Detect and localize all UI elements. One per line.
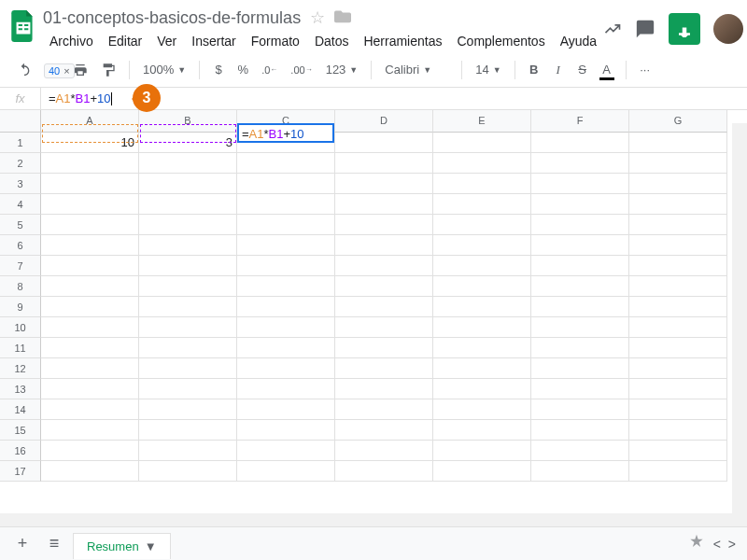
add-sheet-button[interactable]: +	[9, 531, 35, 557]
cell[interactable]	[237, 317, 335, 338]
cell[interactable]	[335, 379, 433, 399]
trend-icon[interactable]	[603, 20, 622, 38]
cell[interactable]	[335, 194, 433, 215]
cell[interactable]	[629, 338, 727, 358]
explore-button[interactable]	[687, 533, 706, 554]
cell[interactable]	[629, 256, 727, 276]
currency-button[interactable]: $	[207, 58, 230, 82]
cell[interactable]	[335, 276, 433, 297]
cell[interactable]	[237, 338, 335, 358]
cell[interactable]	[433, 215, 531, 235]
cell[interactable]	[531, 133, 629, 153]
cell[interactable]	[531, 153, 629, 174]
percent-button[interactable]: %	[232, 58, 254, 82]
cell[interactable]	[531, 276, 629, 297]
cell[interactable]	[335, 215, 433, 235]
cell[interactable]	[139, 153, 237, 174]
cell[interactable]	[531, 358, 629, 379]
cell[interactable]	[433, 420, 531, 441]
cell[interactable]	[139, 441, 237, 461]
cell[interactable]	[335, 358, 433, 379]
menu-view[interactable]: Ver	[150, 30, 183, 52]
cell[interactable]	[237, 256, 335, 276]
cell[interactable]	[433, 358, 531, 379]
cell[interactable]	[531, 256, 629, 276]
row-header[interactable]: 4	[0, 194, 41, 215]
cell[interactable]	[433, 153, 531, 174]
fx-icon[interactable]: fx	[0, 88, 41, 109]
row-header[interactable]: 1	[0, 133, 41, 153]
row-header[interactable]: 6	[0, 235, 41, 256]
cell[interactable]	[237, 235, 335, 256]
cell[interactable]	[629, 358, 727, 379]
italic-button[interactable]: I	[547, 58, 570, 82]
cell[interactable]	[433, 338, 531, 358]
cell[interactable]	[335, 297, 433, 317]
cell[interactable]	[531, 338, 629, 358]
menu-insert[interactable]: Insertar	[185, 30, 242, 52]
horizontal-scrollbar[interactable]	[0, 513, 732, 526]
font-dropdown[interactable]: Calibri▼	[379, 59, 454, 80]
row-header[interactable]: 9	[0, 297, 41, 317]
decrease-decimal-button[interactable]: .0←	[256, 58, 283, 82]
cell[interactable]	[531, 461, 629, 482]
cell[interactable]	[41, 297, 139, 317]
cell[interactable]	[237, 399, 335, 420]
cell[interactable]	[629, 461, 727, 482]
menu-help[interactable]: Ayuda	[554, 30, 603, 52]
cell[interactable]	[237, 379, 335, 399]
cell[interactable]	[629, 133, 727, 153]
cell[interactable]	[41, 358, 139, 379]
cell[interactable]	[139, 297, 237, 317]
cell[interactable]	[237, 461, 335, 482]
cell[interactable]	[237, 420, 335, 441]
cell[interactable]	[139, 215, 237, 235]
cell[interactable]	[433, 297, 531, 317]
row-header[interactable]: 17	[0, 461, 41, 482]
more-toolbar-button[interactable]: ···	[634, 58, 656, 82]
cell[interactable]	[41, 399, 139, 420]
cell[interactable]	[41, 153, 139, 174]
cell[interactable]	[335, 461, 433, 482]
all-sheets-button[interactable]: ≡	[41, 531, 67, 557]
row-header[interactable]: 3	[0, 174, 41, 194]
comments-icon[interactable]	[635, 19, 655, 39]
cell[interactable]	[139, 174, 237, 194]
cell[interactable]	[335, 441, 433, 461]
cell[interactable]	[139, 358, 237, 379]
cell[interactable]	[433, 317, 531, 338]
row-header[interactable]: 10	[0, 317, 41, 338]
zoom-dropdown[interactable]: 100%▼	[137, 59, 191, 80]
cell[interactable]	[139, 338, 237, 358]
number-format-dropdown[interactable]: 123▼	[320, 59, 364, 80]
cell[interactable]	[139, 461, 237, 482]
column-header-b[interactable]: B	[139, 110, 237, 133]
cell[interactable]	[335, 235, 433, 256]
cell[interactable]	[433, 194, 531, 215]
paint-format-button[interactable]	[95, 58, 121, 82]
menu-file[interactable]: Archivo	[43, 30, 100, 52]
cell[interactable]	[531, 441, 629, 461]
text-color-button[interactable]: A	[596, 58, 618, 82]
row-header[interactable]: 5	[0, 215, 41, 235]
cell[interactable]	[433, 461, 531, 482]
tab-scroll-right-icon[interactable]: >	[728, 537, 736, 552]
cell[interactable]	[41, 235, 139, 256]
cell[interactable]	[629, 379, 727, 399]
cell[interactable]	[335, 174, 433, 194]
cell[interactable]	[41, 215, 139, 235]
cell[interactable]	[335, 133, 433, 153]
cell[interactable]	[237, 153, 335, 174]
cell[interactable]	[629, 317, 727, 338]
row-header[interactable]: 7	[0, 256, 41, 276]
cell[interactable]	[41, 174, 139, 194]
cell[interactable]	[41, 379, 139, 399]
cell[interactable]	[139, 420, 237, 441]
cell[interactable]	[41, 194, 139, 215]
cell[interactable]	[139, 276, 237, 297]
sheet-tab-active[interactable]: Resumen ▼	[73, 533, 171, 559]
cell[interactable]	[41, 461, 139, 482]
cell[interactable]	[335, 338, 433, 358]
cell[interactable]	[41, 338, 139, 358]
cell[interactable]	[237, 215, 335, 235]
